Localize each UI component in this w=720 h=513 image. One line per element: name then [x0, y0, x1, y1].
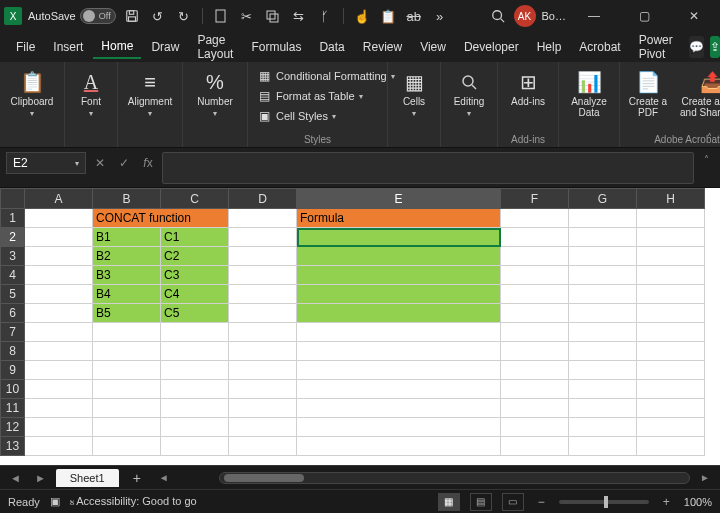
cell-E11[interactable]: [297, 399, 501, 418]
cell-B3[interactable]: B2: [93, 247, 161, 266]
cell-B11[interactable]: [93, 399, 161, 418]
autosave-switch[interactable]: Off: [80, 8, 116, 24]
select-all-corner[interactable]: [1, 189, 25, 209]
user-avatar[interactable]: AK: [514, 5, 536, 27]
cell-F7[interactable]: [501, 323, 569, 342]
page-break-view-button[interactable]: ▭: [502, 493, 524, 511]
formula-input[interactable]: [162, 152, 694, 184]
tab-insert[interactable]: Insert: [45, 36, 91, 58]
tab-help[interactable]: Help: [529, 36, 570, 58]
cell-C8[interactable]: [161, 342, 229, 361]
fx-icon[interactable]: fx: [138, 152, 158, 174]
save-icon[interactable]: [122, 6, 142, 26]
cell-B5[interactable]: B4: [93, 285, 161, 304]
collapse-ribbon-icon[interactable]: ˄: [707, 132, 712, 143]
link-icon[interactable]: ⇆: [289, 6, 309, 26]
cell-C4[interactable]: C3: [161, 266, 229, 285]
paste-icon[interactable]: 📋: [378, 6, 398, 26]
autosave-toggle[interactable]: AutoSave Off: [28, 8, 116, 24]
cell-H6[interactable]: [637, 304, 705, 323]
cell-D2[interactable]: [229, 228, 297, 247]
cell-C3[interactable]: C2: [161, 247, 229, 266]
row-header-3[interactable]: 3: [1, 247, 25, 266]
cell-F6[interactable]: [501, 304, 569, 323]
tab-view[interactable]: View: [412, 36, 454, 58]
row-header-7[interactable]: 7: [1, 323, 25, 342]
cell-D9[interactable]: [229, 361, 297, 380]
cell-H4[interactable]: [637, 266, 705, 285]
cell-E3[interactable]: [297, 247, 501, 266]
cell-A12[interactable]: [25, 418, 93, 437]
cell-D4[interactable]: [229, 266, 297, 285]
cell-D8[interactable]: [229, 342, 297, 361]
cell-D13[interactable]: [229, 437, 297, 456]
branch-icon[interactable]: ᚶ: [315, 6, 335, 26]
cell-E6[interactable]: [297, 304, 501, 323]
cell-C7[interactable]: [161, 323, 229, 342]
zoom-out-button[interactable]: −: [534, 495, 549, 509]
add-sheet-button[interactable]: +: [125, 470, 149, 486]
row-header-13[interactable]: 13: [1, 437, 25, 456]
accessibility-status[interactable]: ᴕ Accessibility: Good to go: [70, 495, 197, 508]
redo-icon[interactable]: ↻: [174, 6, 194, 26]
create-share-pdf-button[interactable]: 📤 Create a PDF and Share link: [676, 66, 720, 118]
row-header-11[interactable]: 11: [1, 399, 25, 418]
cell-F12[interactable]: [501, 418, 569, 437]
cell-A1[interactable]: [25, 209, 93, 228]
horizontal-scrollbar[interactable]: [219, 472, 690, 484]
cell-F13[interactable]: [501, 437, 569, 456]
cell-D5[interactable]: [229, 285, 297, 304]
row-header-9[interactable]: 9: [1, 361, 25, 380]
cell-E7[interactable]: [297, 323, 501, 342]
enter-formula-icon[interactable]: ✓: [114, 152, 134, 174]
expand-formula-bar-icon[interactable]: ˄: [698, 152, 714, 165]
row-header-6[interactable]: 6: [1, 304, 25, 323]
tab-developer[interactable]: Developer: [456, 36, 527, 58]
cell-B1[interactable]: CONCAT function: [93, 209, 229, 228]
cell-H13[interactable]: [637, 437, 705, 456]
row-header-2[interactable]: 2: [1, 228, 25, 247]
cell-F5[interactable]: [501, 285, 569, 304]
cell-F1[interactable]: [501, 209, 569, 228]
row-header-4[interactable]: 4: [1, 266, 25, 285]
undo-icon[interactable]: ↺: [148, 6, 168, 26]
scroll-right-icon[interactable]: ►: [696, 472, 714, 483]
minimize-button[interactable]: —: [572, 0, 616, 32]
maximize-button[interactable]: ▢: [622, 0, 666, 32]
cell-B7[interactable]: [93, 323, 161, 342]
row-header-10[interactable]: 10: [1, 380, 25, 399]
cell-G4[interactable]: [569, 266, 637, 285]
cell-D12[interactable]: [229, 418, 297, 437]
number-button[interactable]: % Number ▾: [189, 66, 241, 118]
tab-data[interactable]: Data: [311, 36, 352, 58]
cell-G5[interactable]: [569, 285, 637, 304]
tab-file[interactable]: File: [8, 36, 43, 58]
cell-D11[interactable]: [229, 399, 297, 418]
row-header-5[interactable]: 5: [1, 285, 25, 304]
addins-button[interactable]: ⊞ Add-ins: [504, 66, 552, 107]
cell-E1[interactable]: Formula: [297, 209, 501, 228]
cell-G11[interactable]: [569, 399, 637, 418]
col-header-A[interactable]: A: [25, 189, 93, 209]
cell-F3[interactable]: [501, 247, 569, 266]
cell-E4[interactable]: [297, 266, 501, 285]
cell-B9[interactable]: [93, 361, 161, 380]
spreadsheet-grid[interactable]: ABCDEFGH1CONCAT functionFormula2B1C13B2C…: [0, 188, 720, 465]
cell-D10[interactable]: [229, 380, 297, 399]
share-button[interactable]: ⇪: [710, 36, 720, 58]
cell-E5[interactable]: [297, 285, 501, 304]
cell-D1[interactable]: [229, 209, 297, 228]
zoom-slider[interactable]: [559, 500, 649, 504]
col-header-H[interactable]: H: [637, 189, 705, 209]
cell-H11[interactable]: [637, 399, 705, 418]
cell-F10[interactable]: [501, 380, 569, 399]
cell-D7[interactable]: [229, 323, 297, 342]
sheet-nav-next[interactable]: ►: [31, 472, 50, 484]
cancel-formula-icon[interactable]: ✕: [90, 152, 110, 174]
cell-A2[interactable]: [25, 228, 93, 247]
col-header-F[interactable]: F: [501, 189, 569, 209]
tab-draw[interactable]: Draw: [143, 36, 187, 58]
cell-A6[interactable]: [25, 304, 93, 323]
cell-H2[interactable]: [637, 228, 705, 247]
cell-E10[interactable]: [297, 380, 501, 399]
